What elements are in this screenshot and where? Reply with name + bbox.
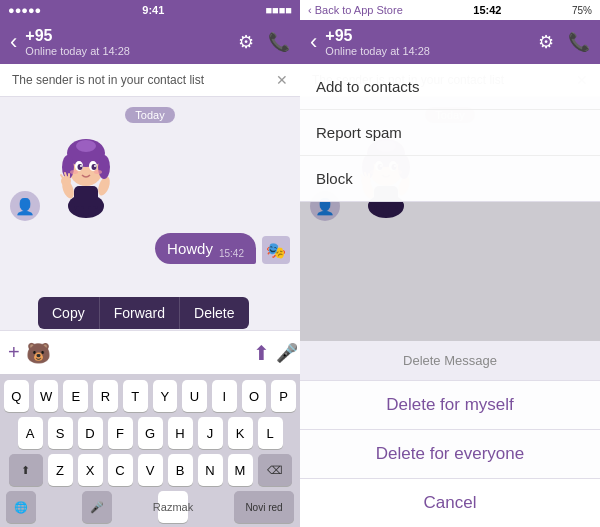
svg-point-15: [80, 165, 82, 167]
key-x[interactable]: X: [78, 454, 103, 486]
right-contact-info: +95 Online today at 14:28: [325, 27, 530, 57]
right-contact-status: Online today at 14:28: [325, 45, 530, 57]
right-status-bar: ‹ Back to App Store 15:42 75%: [300, 0, 600, 20]
left-message-text: Howdy: [167, 240, 213, 257]
left-nav-icons: ⚙ 📞: [238, 31, 290, 53]
left-avatar: 👤: [10, 191, 40, 221]
left-warning-close[interactable]: ✕: [276, 72, 288, 88]
key-e[interactable]: E: [63, 380, 88, 412]
context-delete[interactable]: Delete: [180, 297, 248, 329]
dropdown-block[interactable]: Block: [300, 156, 600, 201]
right-contact-name: +95: [325, 27, 530, 45]
key-q[interactable]: Q: [4, 380, 29, 412]
key-u[interactable]: U: [182, 380, 207, 412]
key-b[interactable]: B: [168, 454, 193, 486]
key-c[interactable]: C: [108, 454, 133, 486]
key-s[interactable]: S: [48, 417, 73, 449]
key-backspace[interactable]: ⌫: [258, 454, 292, 486]
left-chat-area: Today 👤: [0, 97, 300, 330]
svg-rect-2: [76, 206, 84, 216]
key-n[interactable]: N: [198, 454, 223, 486]
left-time: 9:41: [142, 4, 164, 16]
delete-dialog-title: Delete Message: [300, 341, 600, 381]
key-z[interactable]: Z: [48, 454, 73, 486]
left-back-button[interactable]: ‹: [10, 31, 17, 53]
keyboard-bottom-row: 🌐 🎤 Razmak Novi red: [4, 491, 296, 523]
svg-rect-25: [376, 206, 384, 216]
key-d[interactable]: D: [78, 417, 103, 449]
key-r[interactable]: R: [93, 380, 118, 412]
left-contact-name: +95: [25, 27, 230, 45]
left-message-bubble: Howdy 15:42: [155, 233, 256, 264]
key-newline[interactable]: Novi red: [234, 491, 294, 523]
key-y[interactable]: Y: [153, 380, 178, 412]
svg-point-17: [70, 170, 78, 174]
delete-for-myself-button[interactable]: Delete for myself: [300, 381, 600, 430]
delete-for-everyone-button[interactable]: Delete for everyone: [300, 430, 600, 479]
key-j[interactable]: J: [198, 417, 223, 449]
context-copy[interactable]: Copy: [38, 297, 100, 329]
right-back-to-store[interactable]: ‹ Back to App Store: [308, 4, 403, 16]
delete-cancel-button[interactable]: Cancel: [300, 479, 600, 527]
right-nav-bar: ‹ +95 Online today at 14:28 ⚙ 📞: [300, 20, 600, 64]
left-message-input[interactable]: [57, 344, 247, 361]
left-send-icon[interactable]: ⬆: [253, 341, 270, 365]
left-battery: ■■■■: [265, 4, 292, 16]
left-sticker-icon[interactable]: 🐻: [26, 341, 51, 365]
svg-rect-3: [88, 206, 96, 216]
key-space[interactable]: Razmak: [158, 491, 188, 523]
left-mic-icon[interactable]: 🎤: [276, 342, 298, 364]
svg-point-18: [94, 170, 102, 174]
left-message-row: Howdy 15:42 🎭: [10, 233, 290, 264]
key-l[interactable]: L: [258, 417, 283, 449]
svg-rect-26: [388, 206, 396, 216]
key-i[interactable]: I: [212, 380, 237, 412]
left-signal: ●●●●●: [8, 4, 41, 16]
key-p[interactable]: P: [271, 380, 296, 412]
key-mic[interactable]: 🎤: [82, 491, 112, 523]
left-sticker-row: 👤: [10, 131, 290, 221]
right-panel: ‹ Back to App Store 15:42 75% ‹ +95 Onli…: [300, 0, 600, 527]
left-phone-icon[interactable]: 📞: [268, 31, 290, 53]
key-f[interactable]: F: [108, 417, 133, 449]
left-day-label: Today: [125, 107, 174, 123]
svg-point-10: [76, 140, 96, 152]
keyboard-row3: ⬆ Z X C V B N M ⌫: [4, 454, 296, 486]
left-keyboard: Q W E R T Y U I O P A S D F G H J K L ⬆ …: [0, 374, 300, 527]
keyboard-row2: A S D F G H J K L: [4, 417, 296, 449]
svg-line-21: [65, 173, 66, 176]
right-nav-icons: ⚙ 📞: [538, 31, 590, 53]
key-shift[interactable]: ⬆: [9, 454, 43, 486]
key-o[interactable]: O: [242, 380, 267, 412]
left-gear-icon[interactable]: ⚙: [238, 31, 254, 53]
right-time: 15:42: [473, 4, 501, 16]
left-message-time: 15:42: [219, 248, 244, 259]
left-contact-status: Online today at 14:28: [25, 45, 230, 57]
svg-line-20: [61, 175, 63, 178]
key-m[interactable]: M: [228, 454, 253, 486]
left-status-bar: ●●●●● 9:41 ■■■■: [0, 0, 300, 20]
right-battery-info: 75%: [572, 5, 592, 16]
key-a[interactable]: A: [18, 417, 43, 449]
right-phone-icon[interactable]: 📞: [568, 31, 590, 53]
left-panel: ●●●●● 9:41 ■■■■ ‹ +95 Online today at 14…: [0, 0, 300, 527]
svg-point-9: [98, 155, 110, 179]
left-sticker: [46, 131, 126, 221]
right-gear-icon[interactable]: ⚙: [538, 31, 554, 53]
left-plus-icon[interactable]: +: [8, 341, 20, 364]
key-v[interactable]: V: [138, 454, 163, 486]
key-globe[interactable]: 🌐: [6, 491, 36, 523]
left-input-bar: + 🐻 ⬆ 🎤: [0, 330, 300, 374]
right-back-button[interactable]: ‹: [310, 31, 317, 53]
key-w[interactable]: W: [34, 380, 59, 412]
key-h[interactable]: H: [168, 417, 193, 449]
left-warning-bar: The sender is not in your contact list ✕: [0, 64, 300, 97]
dropdown-add-contacts[interactable]: Add to contacts: [300, 64, 600, 110]
key-k[interactable]: K: [228, 417, 253, 449]
right-dropdown-menu: Add to contacts Report spam Block: [300, 64, 600, 202]
dropdown-report-spam[interactable]: Report spam: [300, 110, 600, 156]
key-g[interactable]: G: [138, 417, 163, 449]
key-t[interactable]: T: [123, 380, 148, 412]
context-forward[interactable]: Forward: [100, 297, 180, 329]
left-contact-info: +95 Online today at 14:28: [25, 27, 230, 57]
